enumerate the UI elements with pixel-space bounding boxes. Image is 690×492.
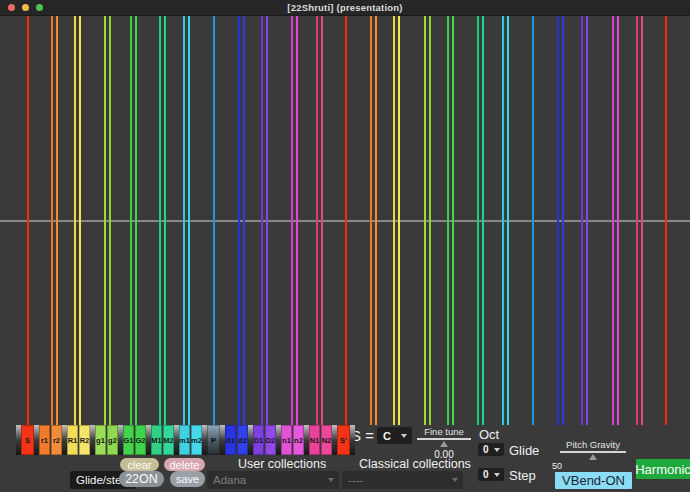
classical-collections-label: Classical collections	[359, 457, 471, 471]
shruti-key-G1[interactable]: G1	[123, 425, 134, 455]
chevron-down-icon	[328, 478, 334, 482]
shruti-line-N1-hi	[636, 15, 638, 425]
vbend-toggle-button[interactable]: VBend-ON	[555, 472, 632, 489]
pitch-gravity-value: 50	[552, 461, 562, 471]
chevron-down-icon	[494, 448, 500, 452]
shruti-key-M2[interactable]: M2	[163, 425, 174, 455]
shruti-line-m1	[183, 15, 185, 425]
shruti-line-P-hi	[532, 15, 534, 425]
line-field	[0, 15, 690, 425]
shruti-key-r1[interactable]: r1	[39, 425, 50, 455]
oct-glide-value: 0	[483, 444, 489, 455]
window-title: [22Shruti] (presentation)	[0, 2, 690, 13]
tonic-select[interactable]: C	[377, 427, 412, 444]
shruti-line-M2-hi	[482, 15, 484, 425]
shruti-line-M1	[159, 15, 161, 425]
user-collections-select[interactable]: Adana	[207, 471, 339, 489]
shruti-key-d2[interactable]: d2	[237, 425, 248, 455]
oct-glide-select[interactable]: 0	[478, 443, 504, 456]
classical-collections-value: ----	[348, 474, 363, 486]
shruti-key-n2[interactable]: n2	[293, 425, 304, 455]
shruti-line-D2-hi	[586, 15, 588, 425]
pitch-gravity-track[interactable]	[560, 451, 626, 453]
chevron-down-icon	[494, 473, 500, 477]
shruti-line-N2	[321, 15, 323, 425]
shruti-line-R1-hi	[393, 15, 395, 425]
shruti-line-G1-hi	[447, 15, 449, 425]
shruti-line-S-hi-hi	[665, 15, 667, 425]
shruti-key-m1[interactable]: m1	[179, 425, 190, 455]
harmonic-toggle-button[interactable]: Harmonic	[636, 459, 690, 479]
fine-tune-label: Fine tune	[417, 426, 471, 437]
shruti-line-n2	[296, 15, 298, 425]
shruti-line-g2-hi	[429, 15, 431, 425]
shruti-line-r1	[51, 15, 53, 425]
shruti-line-R2	[79, 15, 81, 425]
shruti-line-D2	[266, 15, 268, 425]
shruti-key-M1[interactable]: M1	[151, 425, 162, 455]
shruti-line-g1-hi	[424, 15, 426, 425]
clear-button[interactable]: clear	[120, 458, 159, 471]
shruti-key-R2[interactable]: R2	[79, 425, 90, 455]
shruti-key-n1[interactable]: n1	[281, 425, 292, 455]
shruti-key-S-hi[interactable]: S'	[337, 425, 350, 455]
shruti-line-N1	[316, 15, 318, 425]
shruti-line-D1-hi	[581, 15, 583, 425]
delete-button[interactable]: delete	[164, 458, 205, 471]
shruti-line-m2	[188, 15, 190, 425]
shruti-line-g2	[109, 15, 111, 425]
shruti-line-R1	[74, 15, 76, 425]
shruti-line-G1	[130, 15, 132, 425]
shruti-key-N2[interactable]: N2	[321, 425, 332, 455]
shruti-key-m2[interactable]: m2	[191, 425, 202, 455]
shruti-line-r2-hi	[375, 15, 377, 425]
chevron-down-icon	[401, 434, 407, 438]
oct-label: Oct	[479, 427, 499, 442]
shruti-key-D1[interactable]: D1	[253, 425, 264, 455]
fine-tune-slider[interactable]: Fine tune 0.00	[417, 426, 471, 460]
pitch-gravity-label: Pitch Gravity	[560, 439, 626, 450]
glide-label: Glide	[509, 443, 539, 458]
shruti-key-S[interactable]: S	[21, 425, 34, 455]
shruti-line-m2-hi	[507, 15, 509, 425]
shruti-line-d2-hi	[562, 15, 564, 425]
shruti-line-M2	[164, 15, 166, 425]
shruti-line-r1-hi	[370, 15, 372, 425]
22on-button[interactable]: 22ON	[119, 471, 164, 487]
shruti-key-d1[interactable]: d1	[225, 425, 236, 455]
pitch-gravity-slider[interactable]: Pitch Gravity	[560, 439, 626, 460]
shruti-key-N1[interactable]: N1	[309, 425, 320, 455]
shruti-line-G2	[135, 15, 137, 425]
shruti-key-g2[interactable]: g2	[107, 425, 118, 455]
shruti-line-r2	[56, 15, 58, 425]
user-collections-value: Adana	[213, 474, 246, 486]
fine-tune-pointer-icon[interactable]	[440, 441, 448, 447]
key-separator	[350, 425, 355, 455]
shruti-line-N2-hi	[641, 15, 643, 425]
shruti-key-P[interactable]: P	[207, 425, 220, 455]
shruti-line-S	[27, 15, 29, 425]
shruti-line-R2-hi	[398, 15, 400, 425]
tonic-value: C	[383, 430, 391, 442]
step-label: Step	[509, 468, 536, 483]
shruti-key-D2[interactable]: D2	[265, 425, 276, 455]
chevron-down-icon	[452, 478, 458, 482]
classical-collections-select[interactable]: ----	[342, 471, 463, 489]
shruti-line-P	[213, 15, 215, 425]
oct-step-value: 0	[483, 469, 489, 480]
shruti-key-g1[interactable]: g1	[95, 425, 106, 455]
title-bar: [22Shruti] (presentation)	[0, 0, 690, 16]
shruti-line-m1-hi	[502, 15, 504, 425]
shruti-line-M1-hi	[477, 15, 479, 425]
fine-tune-track[interactable]	[417, 438, 471, 440]
shruti-line-D1	[261, 15, 263, 425]
shruti-line-n2-hi	[617, 15, 619, 425]
oct-step-select[interactable]: 0	[478, 468, 504, 481]
shruti-line-S-hi	[345, 15, 347, 425]
shruti-line-d2	[243, 15, 245, 425]
shruti-key-r2[interactable]: r2	[51, 425, 62, 455]
save-button[interactable]: save	[170, 471, 205, 487]
shruti-key-G2[interactable]: G2	[135, 425, 146, 455]
pitch-gravity-pointer-icon[interactable]	[589, 454, 597, 460]
shruti-key-R1[interactable]: R1	[67, 425, 78, 455]
